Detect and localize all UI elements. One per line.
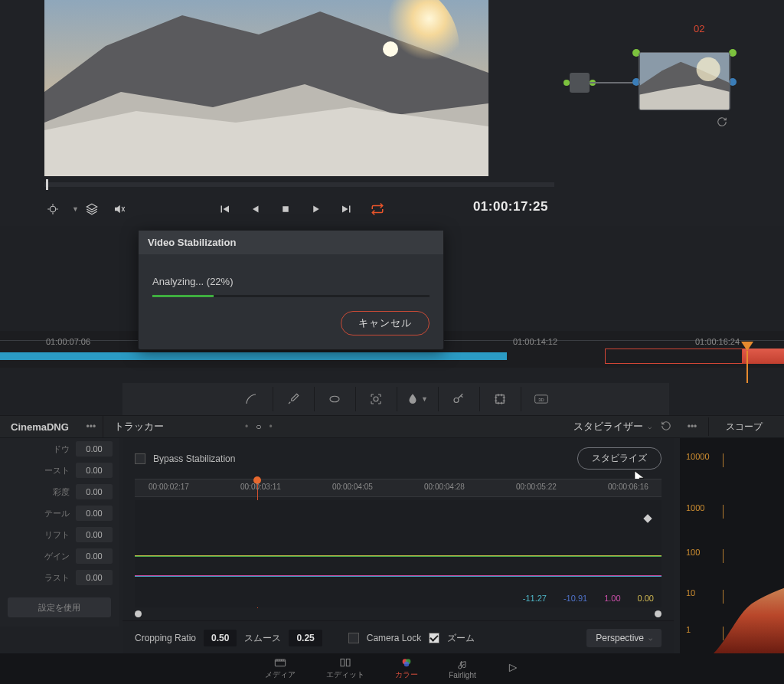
next-clip-icon[interactable] [338, 201, 355, 218]
stabilize-button[interactable]: スタビライズ [577, 447, 662, 470]
tracker-footer: Cropping Ratio 0.50 スムース 0.25 Camera Loc… [122, 620, 674, 655]
tracker-tab[interactable]: トラッカー [103, 416, 175, 437]
node-connection [590, 82, 639, 83]
layers-icon[interactable] [83, 201, 100, 218]
smooth-value[interactable]: 0.25 [289, 630, 322, 646]
preview-monitor[interactable] [44, 0, 488, 176]
palette-toolbar: ▼ 3D [122, 383, 669, 415]
param-row: テール0.00 [0, 502, 119, 524]
stop-icon[interactable] [277, 201, 294, 218]
param-value[interactable]: 0.00 [76, 570, 113, 585]
bypass-stabilization-checkbox[interactable] [135, 453, 145, 464]
more-icon[interactable]: ••• [80, 421, 103, 432]
param-row: リフト0.00 [0, 524, 119, 545]
nav-deliver[interactable] [507, 663, 519, 675]
node-graph[interactable]: 02 [570, 23, 784, 176]
viewer-timecode[interactable]: 01:00:17:25 [473, 199, 548, 214]
param-label: リフト [6, 529, 76, 541]
scope-tab[interactable]: スコープ [714, 421, 775, 434]
eyedropper-icon[interactable] [273, 387, 312, 411]
loop-icon[interactable] [369, 201, 386, 218]
video-stabilization-dialog: Video Stabilization Analyzing... (22%) キ… [138, 230, 444, 350]
scope-panel: 100001000100101 [680, 438, 784, 653]
transport-center-controls [216, 198, 386, 221]
play-icon[interactable] [308, 201, 325, 218]
param-value[interactable]: 0.00 [76, 463, 113, 478]
reset-icon[interactable] [661, 421, 671, 434]
progress-bar [152, 295, 430, 297]
param-value[interactable]: 0.00 [76, 548, 113, 564]
mute-icon[interactable] [111, 201, 128, 218]
param-row: ゲイン0.00 [0, 545, 119, 567]
chevron-down-icon[interactable]: ▼ [72, 205, 79, 213]
curves-icon[interactable] [231, 387, 271, 411]
tracker-tick: 00:00:05:22 [516, 483, 557, 491]
dialog-title: Video Stabilization [139, 231, 443, 254]
svg-point-2 [383, 41, 398, 57]
more-icon[interactable]: ••• [681, 421, 704, 432]
scroll-handle-left[interactable] [135, 610, 142, 617]
nav-color[interactable]: カラー [395, 657, 418, 680]
key-icon[interactable] [438, 387, 478, 411]
viewer-scrub-bar[interactable] [44, 182, 554, 187]
nav-fairlight[interactable]: Fairlight [449, 659, 476, 679]
tracker-graph[interactable]: -11.27-10.911.000.00 [135, 500, 662, 607]
svg-rect-4 [283, 206, 289, 212]
timeline-clip[interactable] [0, 352, 507, 360]
cinemadng-tab[interactable]: CinemaDNG [0, 416, 80, 437]
svg-point-8 [374, 397, 378, 401]
blur-icon[interactable]: ▼ [397, 387, 436, 411]
param-value[interactable]: 0.00 [76, 484, 113, 499]
param-row: ラスト0.00 [0, 567, 119, 588]
param-value[interactable]: 0.00 [76, 527, 113, 542]
play-reverse-icon[interactable] [247, 201, 263, 218]
page-nav: メディア エディット カラー Fairlight [0, 653, 784, 684]
prev-clip-icon[interactable] [216, 201, 233, 218]
scope-scale-label: 100 [686, 548, 700, 557]
source-node[interactable] [570, 73, 590, 93]
sizing-icon[interactable] [479, 387, 519, 411]
param-label: 彩度 [6, 486, 76, 498]
stereo-3d-icon[interactable]: 3D [521, 387, 560, 411]
param-row: ドウ0.00 [0, 438, 119, 460]
timeline-clip-active[interactable] [743, 349, 784, 364]
chevron-down-icon[interactable]: ⌵ [648, 423, 652, 430]
svg-text:3D: 3D [538, 398, 544, 402]
nav-media[interactable]: メディア [265, 657, 296, 680]
graph-readout: 0.00 [638, 594, 654, 603]
timeline-playhead[interactable] [741, 342, 753, 351]
panel-header-row: CinemaDNG ••• トラッカー •○• スタビライザー ⌵ ••• スコ… [0, 415, 784, 438]
window-icon[interactable] [314, 387, 354, 411]
cancel-button[interactable]: キャンセル [341, 311, 430, 335]
nav-edit[interactable]: エディット [326, 657, 364, 680]
stabilizer-dropdown[interactable]: スタビライザー [573, 420, 643, 434]
zoom-checkbox[interactable] [429, 633, 439, 643]
scroll-handle-right[interactable] [655, 610, 662, 617]
tracker-ruler[interactable]: 00:00:02:1700:00:03:1100:00:04:0500:00:0… [135, 479, 662, 497]
reticle-icon[interactable] [44, 201, 61, 218]
param-value[interactable]: 0.00 [76, 441, 113, 457]
tracker-tick: 00:00:06:16 [608, 483, 648, 491]
tracker-panel: Bypass Stabilization スタビライズ 00:00:02:170… [122, 438, 674, 653]
refresh-icon[interactable] [717, 116, 727, 129]
tracker-icon[interactable] [355, 387, 395, 411]
ruler-tick: 01:00:16:24 [695, 337, 740, 346]
raw-params-panel: ドウ0.00ースト0.00彩度0.00テール0.00リフト0.00ゲイン0.00… [0, 438, 119, 627]
camera-lock-checkbox[interactable] [348, 633, 359, 643]
scope-scale-label: 10 [686, 588, 695, 597]
param-value[interactable]: 0.00 [76, 506, 113, 521]
svg-point-7 [330, 396, 339, 402]
cropping-ratio-value[interactable]: 0.50 [204, 630, 237, 646]
corrector-node[interactable] [639, 52, 730, 110]
svg-rect-10 [495, 395, 504, 404]
svg-rect-14 [341, 659, 345, 666]
zoom-label: ズーム [447, 632, 475, 645]
scope-scale-label: 1 [686, 625, 691, 634]
keyframe-icon[interactable] [643, 514, 652, 522]
param-label: ースト [6, 465, 76, 476]
perspective-dropdown[interactable]: Perspective⌵ [586, 629, 662, 647]
use-settings-button[interactable]: 設定を使用 [8, 597, 111, 617]
smooth-label: スムース [244, 632, 281, 645]
graph-readout: -10.91 [564, 594, 587, 603]
timeline-clip-outline[interactable] [605, 349, 743, 364]
